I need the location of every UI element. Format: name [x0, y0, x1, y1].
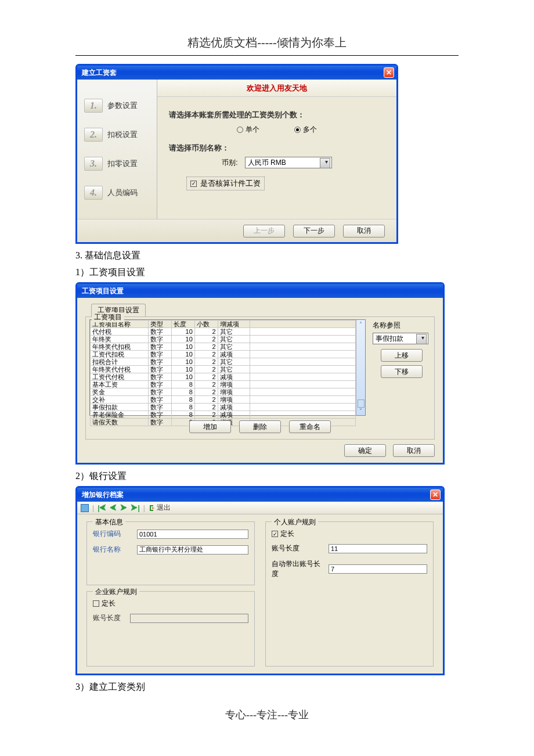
next-button[interactable]: 下一步 — [293, 225, 335, 237]
corp-rules-group: 企业账户规则 定长 账号长度 — [86, 591, 255, 667]
first-icon[interactable]: |⮜ — [98, 504, 106, 512]
table-row[interactable]: 年终奖代付税数字102其它 — [91, 366, 356, 373]
move-down-button[interactable]: 下移 — [381, 365, 423, 378]
move-up-button[interactable]: 上移 — [381, 349, 423, 362]
exit-icon — [149, 505, 156, 512]
add-button[interactable]: 增加 — [189, 420, 231, 433]
section-3-1: 1）工资项目设置 — [75, 267, 459, 279]
salary-items-window: 工资项目设置 工资项目设置 工资项目 工资项目名称类型长度小数增减项 代付税数字… — [75, 282, 445, 465]
piecework-checkbox[interactable]: ✓ 是否核算计件工资 — [186, 177, 265, 190]
corp-fixed-checkbox[interactable]: 定长 — [93, 599, 248, 609]
title-text: 工资项目设置 — [82, 286, 124, 296]
table-row[interactable]: 工资代付税数字102减项 — [91, 373, 356, 381]
items-table: 工资项目名称类型长度小数增减项 代付税数字102其它年终奖数字102其它年终奖代… — [89, 319, 366, 416]
step-chip-icon: 4. — [84, 186, 103, 200]
bank-code-input[interactable] — [137, 530, 248, 539]
currency-dropdown[interactable]: 人民币 RMB — [245, 157, 332, 168]
hr-line — [75, 55, 459, 56]
bank-name-label: 银行名称 — [93, 545, 132, 555]
basic-info-group: 基本信息 银行编码 银行名称 — [86, 521, 255, 585]
checkbox-icon — [93, 600, 99, 607]
group-title: 工资项目 — [92, 312, 124, 322]
checkbox-icon: ✓ — [190, 181, 197, 187]
scroll-up-icon[interactable]: ˄ — [359, 321, 362, 327]
title-text: 增加银行档案 — [82, 490, 124, 500]
titlebar[interactable]: 增加银行档案 ✕ — [77, 488, 443, 502]
corp-len-input[interactable] — [130, 614, 248, 623]
ref-label: 名称参照 — [373, 321, 431, 330]
bank-name-input[interactable] — [137, 545, 248, 555]
radio-icon — [294, 127, 301, 133]
group-title: 基本信息 — [93, 517, 125, 527]
rename-button[interactable]: 重命名 — [289, 420, 331, 433]
table-row[interactable]: 奖金数字82增项 — [91, 388, 356, 396]
wizard-window: 建立工资套 ✕ 1.参数设置 2.扣税设置 3.扣零设置 4.人员编码 欢迎进入… — [75, 64, 398, 244]
doc-header: 精选优质文档-----倾情为你奉上 — [75, 35, 459, 51]
cancel-button[interactable]: 取消 — [343, 225, 385, 237]
step-2[interactable]: 2.扣税设置 — [77, 120, 157, 149]
scroll-thumb[interactable] — [358, 399, 365, 408]
col-header: 增减项 — [218, 321, 250, 328]
ref-dropdown[interactable]: 事假扣款 — [373, 333, 428, 344]
doc-footer: 专心---专注---专业 — [75, 708, 459, 722]
last-icon[interactable]: ⮞| — [131, 504, 139, 512]
table-row[interactable]: 养老保险金数字82减项 — [91, 411, 356, 419]
step-chip-icon: 2. — [84, 128, 103, 142]
titlebar[interactable]: 工资项目设置 — [77, 284, 443, 298]
group-title: 个人账户规则 — [272, 517, 318, 527]
toolbar: | |⮜ ⮜ ⮞ ⮞| | 退出 — [77, 502, 443, 514]
step-4[interactable]: 4.人员编码 — [77, 178, 157, 207]
wizard-steps: 1.参数设置 2.扣税设置 3.扣零设置 4.人员编码 — [77, 80, 157, 219]
bank-window: 增加银行档案 ✕ | |⮜ ⮜ ⮞ ⮞| | 退出 基本信息 银行编码 — [75, 486, 445, 675]
prev-button[interactable]: 上一步 — [243, 225, 285, 237]
step-1[interactable]: 1.参数设置 — [77, 91, 157, 120]
auto-len-label: 自动带出账号长度 — [272, 559, 324, 579]
step-chip-icon: 1. — [84, 99, 103, 113]
title-text: 建立工资套 — [82, 68, 117, 78]
col-header: 长度 — [171, 321, 194, 328]
prev-icon[interactable]: ⮜ — [110, 504, 117, 512]
personal-rules-group: 个人账户规则 ✓ 定长 账号长度 自动带出账号长度 — [265, 521, 434, 667]
cancel-button[interactable]: 取消 — [393, 444, 435, 457]
col-header: 类型 — [149, 321, 172, 328]
table-row[interactable]: 年终奖数字102其它 — [91, 336, 356, 343]
q1-label: 请选择本账套所需处理的工资类别个数： — [169, 110, 385, 120]
bank-code-label: 银行编码 — [93, 529, 132, 539]
delete-button[interactable]: 删除 — [239, 420, 281, 433]
step-chip-icon: 3. — [84, 157, 103, 171]
personal-len-input[interactable] — [329, 544, 427, 553]
checkbox-icon: ✓ — [272, 531, 278, 537]
table-row[interactable]: 年终奖代扣税数字102其它 — [91, 343, 356, 351]
table-row[interactable]: 代付税数字102其它 — [91, 328, 356, 336]
table-row[interactable]: 基本工资数字82增项 — [91, 381, 356, 388]
section-3-3: 3）建立工资类别 — [75, 681, 459, 693]
titlebar[interactable]: 建立工资套 ✕ — [77, 66, 396, 80]
radio-icon — [237, 127, 243, 133]
table-row[interactable]: 工资代扣税数字102减项 — [91, 351, 356, 358]
welcome-bar: 欢迎进入用友天地 — [157, 80, 396, 97]
radio-single[interactable]: 单个 — [237, 125, 259, 135]
section-3: 3. 基础信息设置 — [75, 250, 459, 262]
group-title: 企业账户规则 — [93, 587, 139, 597]
table-row[interactable]: 交补数字82增项 — [91, 396, 356, 404]
currency-label: 币别: — [222, 158, 237, 168]
table-row[interactable]: 扣税合计数字102其它 — [91, 358, 356, 366]
q2-label: 请选择币别名称： — [169, 143, 385, 153]
scroll-down-icon[interactable]: ˅ — [359, 408, 362, 414]
col-header: 小数 — [194, 321, 218, 328]
radio-multi[interactable]: 多个 — [294, 125, 317, 135]
scrollbar[interactable]: ˄ ˅ — [356, 320, 365, 415]
exit-button[interactable]: 退出 — [149, 503, 171, 513]
auto-len-input[interactable] — [329, 564, 427, 574]
ok-button[interactable]: 确定 — [344, 444, 386, 457]
close-icon[interactable]: ✕ — [430, 489, 441, 500]
step-3[interactable]: 3.扣零设置 — [77, 149, 157, 178]
section-3-2: 2）银行设置 — [75, 470, 459, 483]
corp-len-label: 账号长度 — [93, 613, 125, 623]
close-icon[interactable]: ✕ — [384, 67, 394, 78]
next-icon[interactable]: ⮞ — [120, 504, 127, 512]
personal-fixed-checkbox[interactable]: ✓ 定长 — [272, 529, 427, 539]
personal-len-label: 账号长度 — [272, 543, 324, 553]
save-icon[interactable] — [81, 504, 89, 512]
table-row[interactable]: 事假扣款数字82减项 — [91, 404, 356, 411]
